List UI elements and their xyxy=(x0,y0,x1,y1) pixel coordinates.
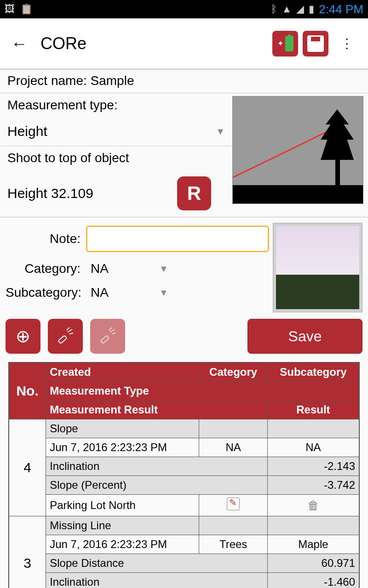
chevron-down-icon: ▼ xyxy=(159,264,168,274)
app-bar: ← CORe ✦ ⋮ xyxy=(0,18,368,69)
svg-line-2 xyxy=(67,328,69,330)
header-no: No. xyxy=(9,362,46,419)
cell-m2-label: Slope (Percent) xyxy=(46,476,268,495)
back-button[interactable]: ← xyxy=(7,30,31,57)
cell-subcategory: NA xyxy=(267,438,359,457)
cell-m2-value: -1.460 xyxy=(267,573,359,588)
photo-thumbnail[interactable] xyxy=(273,223,362,312)
app-title: CORe xyxy=(40,34,86,53)
trash-icon[interactable]: 🗑 xyxy=(307,498,319,512)
laser-battery-button[interactable]: ✦ xyxy=(272,31,298,57)
cell-slope: Missing Line xyxy=(46,516,199,535)
instruction-text: Shoot to top of object xyxy=(7,148,225,168)
cell-m2-label: Inclination xyxy=(46,573,268,588)
category-label: Category: xyxy=(6,261,86,276)
note-label: Note: xyxy=(6,232,86,246)
chevron-down-icon: ▼ xyxy=(216,126,225,137)
signal-icon: ◢ xyxy=(296,3,304,15)
wifi-icon: ▲ xyxy=(282,3,292,15)
measurement-type-value: Height xyxy=(7,124,47,139)
image-icon: 🖼 xyxy=(5,3,15,15)
bluetooth-icon: ᛒ xyxy=(271,3,277,15)
svg-line-3 xyxy=(69,333,73,334)
svg-line-1 xyxy=(68,329,72,332)
cell-m1-value: 60.971 xyxy=(267,554,359,573)
project-name-label: Project name: xyxy=(7,74,87,88)
svg-line-5 xyxy=(110,329,115,332)
cell-m1-label: Inclination xyxy=(46,457,268,476)
category-select[interactable]: NA xyxy=(86,261,109,276)
cell-note: Parking Lot North xyxy=(46,495,199,516)
project-name-value: Sample xyxy=(91,74,134,88)
cell-created: Jun 7, 2016 2:23:23 PM xyxy=(46,438,199,457)
header-result: Result xyxy=(267,401,359,419)
chevron-down-icon: ▼ xyxy=(159,288,168,298)
cell-subcategory: Maple xyxy=(267,535,359,554)
overflow-menu-button[interactable]: ⋮ xyxy=(333,31,361,56)
laser-pointer-button[interactable] xyxy=(48,319,83,354)
height-value: 32.109 xyxy=(51,186,93,201)
subcategory-label: Subcategory: xyxy=(6,285,86,300)
cell-category: NA xyxy=(199,438,267,457)
cell-m2-value: -3.742 xyxy=(267,476,359,495)
r-button[interactable]: R xyxy=(177,176,211,210)
cell-slope: Slope xyxy=(46,419,199,438)
measurement-type-select[interactable]: Height ▼ xyxy=(0,117,232,146)
clipboard-icon: 📋 xyxy=(20,3,33,15)
height-label: Height xyxy=(7,186,47,201)
status-time: 2:44 PM xyxy=(319,2,363,17)
note-input[interactable] xyxy=(86,226,269,252)
target-button[interactable]: ⊕ xyxy=(6,319,40,354)
cell-category: Trees xyxy=(199,535,267,554)
edit-icon[interactable] xyxy=(227,498,240,510)
svg-line-7 xyxy=(112,333,115,334)
battery-icon: ▮ xyxy=(309,3,314,15)
status-bar: 🖼 📋 ᛒ ▲ ◢ ▮ 2:44 PM xyxy=(0,0,368,18)
subcategory-select[interactable]: NA xyxy=(86,285,109,300)
cell-created: Jun 7, 2016 2:23:23 PM xyxy=(46,535,199,554)
svg-rect-0 xyxy=(58,335,67,344)
svg-rect-4 xyxy=(101,335,109,344)
header-measurement-result: Measurement Result xyxy=(46,401,268,419)
save-disk-button[interactable] xyxy=(303,31,328,57)
header-measurement-type: Measurement Type xyxy=(46,382,359,401)
header-category: Category xyxy=(199,362,267,382)
measurements-table: No. Created Category Subcategory Measure… xyxy=(0,356,368,588)
header-created: Created xyxy=(46,362,199,382)
row-no: 3 xyxy=(9,516,46,588)
cell-m1-value: -2.143 xyxy=(267,457,359,476)
row-no: 4 xyxy=(9,419,46,516)
cell-m1-label: Slope Distance xyxy=(46,554,268,573)
measurement-diagram xyxy=(232,96,363,204)
svg-line-6 xyxy=(109,328,112,330)
measurement-type-label: Measurement type: xyxy=(7,95,225,115)
laser-pointer-disabled-button[interactable] xyxy=(90,319,125,354)
project-info: Project name: Sample xyxy=(0,69,368,93)
save-button[interactable]: Save xyxy=(247,319,362,354)
header-subcategory: Subcategory xyxy=(267,362,359,382)
